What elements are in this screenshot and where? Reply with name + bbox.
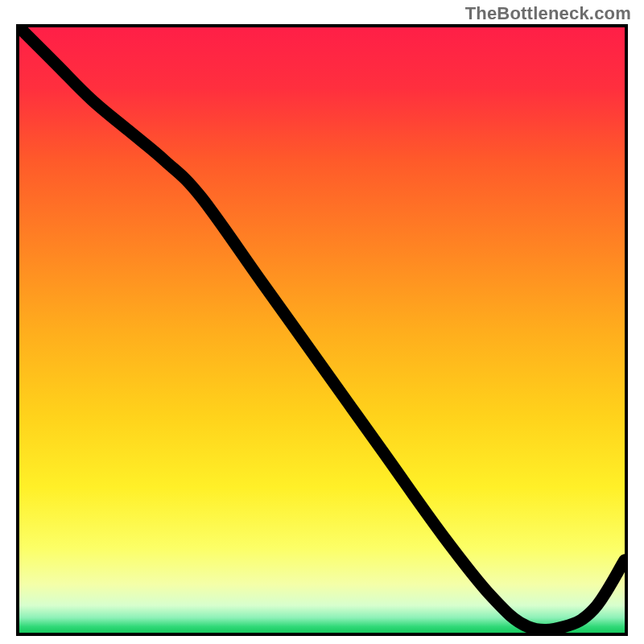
chart-plot-area xyxy=(19,27,625,633)
watermark-text: TheBottleneck.com xyxy=(465,3,631,24)
chart-marker-layer xyxy=(19,27,625,633)
